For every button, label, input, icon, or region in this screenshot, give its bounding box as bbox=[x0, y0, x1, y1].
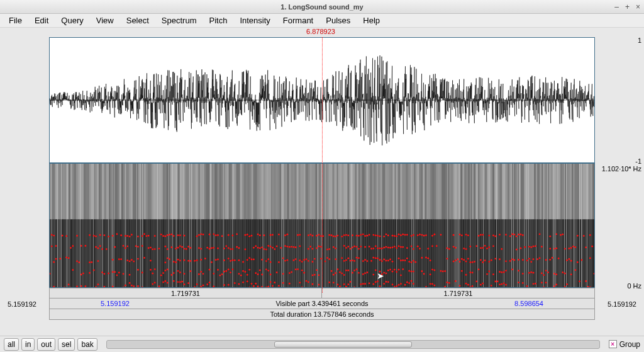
menu-pulses[interactable]: Pulses bbox=[319, 14, 357, 27]
svg-rect-339 bbox=[334, 219, 336, 287]
svg-point-709 bbox=[114, 246, 116, 248]
svg-rect-471 bbox=[449, 219, 451, 287]
svg-rect-289 bbox=[291, 219, 293, 287]
menu-edit[interactable]: Edit bbox=[28, 14, 55, 27]
svg-point-901 bbox=[253, 259, 255, 261]
svg-point-1271 bbox=[499, 283, 501, 285]
group-checkbox-icon[interactable]: × bbox=[609, 340, 617, 348]
menu-pitch[interactable]: Pitch bbox=[203, 14, 234, 27]
svg-rect-314 bbox=[314, 219, 316, 287]
menu-formant[interactable]: Formant bbox=[277, 14, 319, 27]
svg-point-1100 bbox=[379, 247, 381, 249]
close-icon[interactable]: × bbox=[636, 3, 640, 11]
svg-rect-494 bbox=[468, 219, 470, 287]
svg-point-1333 bbox=[549, 236, 551, 237]
svg-rect-187 bbox=[203, 219, 204, 287]
svg-point-1363 bbox=[583, 235, 585, 237]
menu-spectrum[interactable]: Spectrum bbox=[155, 14, 203, 27]
svg-point-1220 bbox=[461, 270, 463, 272]
menu-query[interactable]: Query bbox=[55, 14, 89, 27]
svg-point-802 bbox=[184, 283, 186, 285]
svg-point-949 bbox=[284, 245, 286, 247]
svg-point-1331 bbox=[549, 259, 551, 261]
svg-rect-281 bbox=[284, 164, 284, 287]
group-toggle[interactable]: × Group bbox=[609, 340, 640, 349]
bak-button[interactable]: bak bbox=[77, 338, 97, 351]
scrollbar-thumb[interactable] bbox=[274, 341, 412, 348]
svg-point-821 bbox=[198, 234, 200, 236]
svg-point-989 bbox=[314, 274, 316, 276]
svg-point-793 bbox=[177, 247, 179, 249]
svg-point-671 bbox=[72, 245, 74, 247]
svg-point-1047 bbox=[352, 259, 353, 261]
sel-button[interactable]: sel bbox=[58, 338, 75, 351]
svg-point-1241 bbox=[475, 281, 477, 283]
svg-point-1139 bbox=[398, 258, 400, 259]
visible-part-cell[interactable]: 5.159192 Visible part 3.439461 seconds 8… bbox=[50, 298, 594, 309]
svg-point-751 bbox=[148, 235, 150, 237]
svg-point-783 bbox=[171, 234, 173, 236]
svg-rect-637 bbox=[581, 164, 582, 287]
menu-view[interactable]: View bbox=[90, 14, 120, 27]
svg-rect-77 bbox=[112, 164, 113, 287]
svg-point-1214 bbox=[455, 259, 457, 261]
svg-point-946 bbox=[282, 273, 284, 275]
svg-point-1110 bbox=[386, 281, 387, 283]
svg-point-1278 bbox=[503, 282, 505, 284]
svg-point-749 bbox=[145, 235, 147, 237]
segment-right-cell[interactable]: 1.719731 bbox=[322, 288, 594, 298]
svg-point-1127 bbox=[392, 247, 394, 249]
svg-point-916 bbox=[261, 259, 263, 261]
horizontal-scrollbar[interactable] bbox=[106, 340, 600, 349]
menu-help[interactable]: Help bbox=[357, 14, 386, 27]
cursor-line[interactable] bbox=[322, 37, 323, 293]
menu-file[interactable]: File bbox=[3, 14, 28, 27]
svg-point-1269 bbox=[494, 236, 496, 237]
svg-rect-118 bbox=[146, 219, 148, 287]
in-button[interactable]: in bbox=[21, 338, 35, 351]
segment-left-cell[interactable]: 1.719731 bbox=[50, 288, 322, 298]
svg-point-774 bbox=[167, 282, 169, 284]
svg-point-857 bbox=[223, 259, 225, 261]
svg-point-1053 bbox=[353, 246, 355, 247]
svg-rect-414 bbox=[398, 219, 400, 287]
svg-point-718 bbox=[123, 273, 125, 275]
total-duration-cell[interactable]: Total duration 13.757846 seconds bbox=[50, 309, 594, 319]
svg-rect-348 bbox=[341, 219, 343, 287]
svg-point-834 bbox=[209, 269, 211, 271]
svg-rect-383 bbox=[372, 219, 374, 287]
svg-point-1345 bbox=[562, 234, 564, 236]
svg-rect-555 bbox=[517, 164, 518, 287]
svg-point-862 bbox=[228, 269, 230, 271]
svg-rect-515 bbox=[485, 219, 487, 287]
out-button[interactable]: out bbox=[37, 338, 55, 351]
svg-rect-565 bbox=[525, 164, 525, 287]
menu-intensity[interactable]: Intensity bbox=[233, 14, 276, 27]
svg-point-1229 bbox=[465, 234, 467, 236]
svg-rect-535 bbox=[502, 219, 504, 287]
svg-rect-205 bbox=[218, 219, 219, 287]
svg-point-1056 bbox=[356, 246, 358, 248]
svg-point-880 bbox=[238, 259, 240, 261]
svg-point-683 bbox=[89, 261, 91, 263]
svg-rect-214 bbox=[225, 219, 227, 287]
svg-point-1153 bbox=[404, 259, 406, 261]
spectrogram-fmin-label: 0 Hz bbox=[592, 282, 641, 290]
minimize-icon[interactable]: – bbox=[614, 3, 619, 11]
maximize-icon[interactable]: + bbox=[625, 3, 630, 11]
svg-rect-473 bbox=[451, 219, 453, 287]
all-button[interactable]: all bbox=[4, 338, 19, 351]
svg-rect-41 bbox=[82, 219, 84, 287]
svg-point-997 bbox=[318, 234, 320, 236]
svg-rect-397 bbox=[383, 219, 385, 287]
svg-point-720 bbox=[125, 285, 126, 287]
svg-point-838 bbox=[211, 261, 213, 263]
menu-select[interactable]: Select bbox=[120, 14, 155, 27]
svg-rect-331 bbox=[326, 219, 328, 287]
svg-rect-149 bbox=[172, 164, 173, 287]
svg-rect-350 bbox=[343, 219, 345, 287]
svg-point-993 bbox=[316, 235, 318, 237]
svg-point-922 bbox=[265, 260, 267, 262]
svg-point-694 bbox=[99, 245, 101, 247]
svg-point-1081 bbox=[370, 260, 372, 262]
